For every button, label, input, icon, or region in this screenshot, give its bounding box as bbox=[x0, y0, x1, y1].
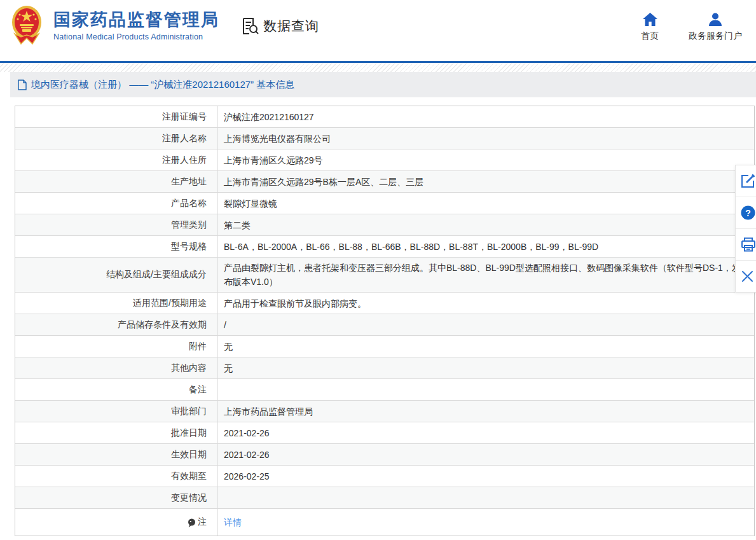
row-label: 适用范围/预期用途 bbox=[15, 293, 217, 314]
nav-label: 政务服务门户 bbox=[689, 31, 742, 42]
row-label-text: 有效期至 bbox=[171, 471, 207, 482]
table-row: 注详情 bbox=[15, 508, 754, 536]
table-row: 附件无 bbox=[15, 335, 754, 357]
row-label-text: 产品名称 bbox=[171, 198, 207, 209]
row-label-text: 型号规格 bbox=[171, 241, 207, 253]
row-label: 批准日期 bbox=[15, 422, 217, 443]
row-value-text: 2026-02-25 bbox=[224, 469, 270, 483]
nav-label: 首页 bbox=[641, 31, 659, 42]
row-value: 2026-02-25 bbox=[217, 466, 754, 487]
org-name-en: National Medical Products Administration bbox=[53, 32, 219, 41]
row-value-text: 产品用于检查眼前节及眼内部病变。 bbox=[224, 296, 366, 310]
nav-item-portal[interactable]: 政务服务门户 bbox=[689, 13, 742, 42]
table-row: 型号规格BL-6A，BL-2000A，BL-66，BL-88，BL-66B，BL… bbox=[15, 235, 754, 257]
row-value-text: 上海市药品监督管理局 bbox=[224, 405, 313, 419]
row-value: 第二类 bbox=[217, 214, 754, 235]
row-label-text: 产品储存条件及有效期 bbox=[118, 319, 207, 331]
edit-button[interactable] bbox=[736, 165, 756, 197]
table-row: 产品名称裂隙灯显微镜 bbox=[15, 192, 754, 214]
row-label: 其他内容 bbox=[15, 357, 217, 378]
row-label-text: 生效日期 bbox=[171, 449, 207, 460]
nav-item-home[interactable]: 首页 bbox=[635, 13, 664, 42]
row-label: 注册证编号 bbox=[15, 106, 217, 127]
user-icon bbox=[708, 13, 722, 26]
row-label-text: 注册证编号 bbox=[162, 111, 207, 123]
row-label-text: 注册人住所 bbox=[162, 155, 207, 166]
table-row: 生效日期2021-02-26 bbox=[15, 443, 754, 465]
row-label: 备注 bbox=[15, 379, 217, 400]
row-label: 产品储存条件及有效期 bbox=[15, 314, 217, 335]
table-row: 有效期至2026-02-25 bbox=[15, 465, 754, 487]
row-label-text: 适用范围/预期用途 bbox=[133, 298, 207, 309]
table-row: 注册人住所上海市青浦区久远路29号 bbox=[15, 149, 754, 170]
edit-icon bbox=[741, 174, 755, 188]
row-value-text: 裂隙灯显微镜 bbox=[224, 197, 277, 211]
row-value: 2021-02-26 bbox=[217, 444, 754, 465]
row-label-text: 管理类别 bbox=[171, 219, 207, 231]
row-label: 变更情况 bbox=[15, 487, 217, 508]
detail-link[interactable]: 详情 bbox=[217, 509, 754, 536]
row-value: 上海市青浦区久远路29号 bbox=[217, 149, 754, 170]
row-value-text: 无 bbox=[224, 361, 233, 375]
row-label: 注册人名称 bbox=[15, 128, 217, 149]
row-label: 有效期至 bbox=[15, 466, 217, 487]
row-value: 沪械注准20212160127 bbox=[217, 106, 754, 127]
row-label-text: 审批部门 bbox=[171, 406, 207, 417]
row-value-text: 第二类 bbox=[224, 218, 251, 232]
row-value: 上海市青浦区久远路29号B栋一层A区、二层、三层 bbox=[217, 171, 754, 192]
row-label-text: 备注 bbox=[189, 384, 207, 396]
header: 国家药品监督管理局 National Medical Products Admi… bbox=[0, 0, 756, 61]
print-button[interactable] bbox=[736, 228, 756, 260]
doc-search-icon bbox=[242, 17, 259, 35]
row-label-text: 变更情况 bbox=[171, 492, 207, 504]
row-label-text: 附件 bbox=[189, 341, 207, 352]
row-value: 裂隙灯显微镜 bbox=[217, 193, 754, 214]
row-value: 无 bbox=[217, 336, 754, 357]
row-value-text: 详情 bbox=[224, 515, 242, 529]
row-label-text: 其他内容 bbox=[171, 363, 207, 374]
row-label-text: 生产地址 bbox=[171, 176, 207, 188]
row-value: 产品用于检查眼前节及眼内部病变。 bbox=[217, 293, 754, 314]
row-value-text: 沪械注准20212160127 bbox=[224, 110, 314, 124]
page: 国家药品监督管理局 National Medical Products Admi… bbox=[0, 0, 756, 540]
row-value: / bbox=[217, 314, 754, 335]
svg-text:?: ? bbox=[745, 208, 751, 218]
row-label-text: 注 bbox=[198, 516, 207, 528]
row-label: 生效日期 bbox=[15, 444, 217, 465]
row-label: 注 bbox=[15, 509, 217, 536]
row-label: 产品名称 bbox=[15, 193, 217, 214]
close-button[interactable] bbox=[736, 260, 756, 292]
note-balloon-icon bbox=[188, 518, 196, 528]
row-value: 上海博览光电仪器有限公司 bbox=[217, 128, 754, 149]
row-label-text: 结构及组成/主要组成成分 bbox=[106, 269, 207, 280]
row-value bbox=[217, 379, 754, 400]
row-value: 无 bbox=[217, 357, 754, 378]
help-button[interactable]: ? bbox=[736, 197, 756, 228]
help-icon: ? bbox=[741, 205, 755, 220]
data-query-tab[interactable]: 数据查询 bbox=[242, 17, 319, 35]
row-value-text: 产品由裂隙灯主机，患者托架和变压器三部分组成。其中BL-88D、BL-99D型选… bbox=[224, 261, 745, 289]
table-row: 备注 bbox=[15, 378, 754, 400]
row-value-text: 上海市青浦区久远路29号 bbox=[224, 153, 323, 167]
national-emblem-icon bbox=[11, 5, 42, 46]
table-row: 批准日期2021-02-26 bbox=[15, 422, 754, 443]
table-row: 管理类别第二类 bbox=[15, 214, 754, 235]
print-icon bbox=[741, 237, 756, 252]
row-label: 结构及组成/主要组成成分 bbox=[15, 258, 217, 292]
table-row: 注册人名称上海博览光电仪器有限公司 bbox=[15, 127, 754, 149]
row-value-text: 上海市青浦区久远路29号B栋一层A区、二层、三层 bbox=[224, 175, 423, 189]
row-value-text: 无 bbox=[224, 340, 233, 354]
row-label-text: 批准日期 bbox=[171, 427, 207, 439]
row-value: 2021-02-26 bbox=[217, 422, 754, 443]
close-icon bbox=[741, 270, 754, 283]
row-label: 管理类别 bbox=[15, 214, 217, 235]
row-value-text: 2021-02-26 bbox=[224, 426, 270, 440]
org-names: 国家药品监督管理局 National Medical Products Admi… bbox=[53, 10, 219, 41]
home-icon bbox=[643, 13, 657, 26]
site-logo[interactable]: 国家药品监督管理局 National Medical Products Admi… bbox=[11, 5, 219, 46]
org-name-zh: 国家药品监督管理局 bbox=[53, 10, 219, 29]
row-label: 审批部门 bbox=[15, 401, 217, 422]
row-value-text: / bbox=[224, 318, 226, 332]
table-row: 适用范围/预期用途产品用于检查眼前节及眼内部病变。 bbox=[15, 292, 754, 314]
row-value-text: BL-6A，BL-2000A，BL-66，BL-88，BL-66B，BL-88D… bbox=[224, 240, 598, 254]
